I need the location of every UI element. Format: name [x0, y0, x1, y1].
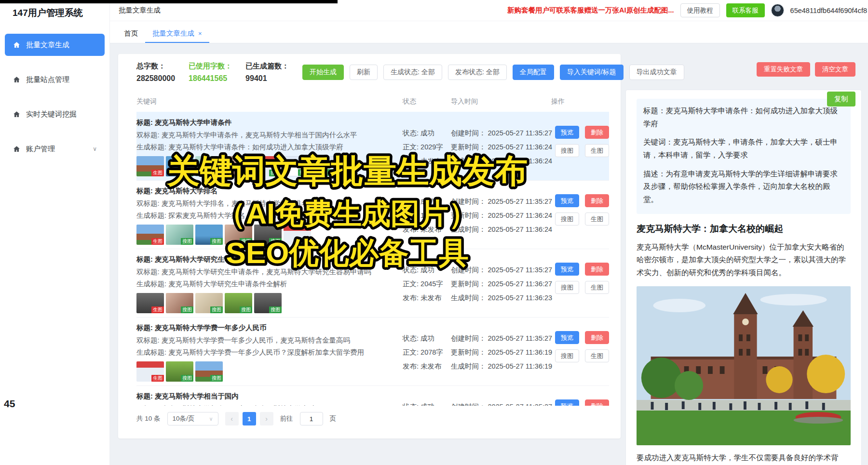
article-thumbnail[interactable]: 搜图 [166, 293, 193, 313]
generate-image-button[interactable]: 生图 [585, 213, 609, 226]
page-size-select[interactable]: 10条/页 ∨ [167, 412, 218, 425]
preview-title: 标题：麦克马斯特大学申请条件：如何成功进入加拿大顶级学府 [643, 105, 844, 130]
article-thumbnail[interactable]: 搜图 [284, 156, 311, 176]
article-thumbnail[interactable]: 搜图 [254, 293, 282, 313]
campus-photo [637, 286, 851, 445]
preview-button[interactable]: 预览 [555, 194, 579, 207]
tab-batch-article[interactable]: 批量文章生成 × [145, 25, 209, 43]
user-id: 65e4811dfb644f690f4cf8 [790, 7, 867, 14]
next-page-button[interactable]: › [260, 412, 273, 425]
preview-paragraph: 麦克马斯特大学（McMasterUniversity）位于加拿大安大略省的哈密尔… [637, 241, 851, 279]
tab-home[interactable]: 首页 [117, 25, 145, 43]
delete-button[interactable]: 删除 [585, 331, 609, 344]
article-meta: 标题：麦克马斯特大学申请条件：如何成功进入加拿大顶级学府 关键词：麦克马斯特大学… [637, 99, 851, 214]
article-thumbnail[interactable]: 搜图 [225, 156, 252, 176]
preview-button[interactable]: 预览 [555, 399, 579, 406]
goto-label: 前往 [280, 414, 293, 423]
refresh-button[interactable]: 刷新 [350, 65, 378, 80]
sidebar-item-batch-site[interactable]: 批量站点管理 [5, 68, 105, 91]
search-image-button[interactable]: 搜图 [555, 281, 579, 294]
table-header: 关键词 状态 导入时间 操作 [136, 93, 609, 112]
table-row[interactable]: 标题: 麦克马斯特大学排名 双标题: 麦克马斯特大学排名，麦克马斯特大学世界排名… [136, 180, 609, 249]
delete-button[interactable]: 删除 [585, 194, 609, 207]
sidebar-item-label: 实时关键词挖掘 [26, 110, 77, 119]
house-icon [13, 41, 21, 49]
reset-failed-button[interactable]: 重置失败文章 [757, 62, 810, 77]
preview-keywords: 关键词：麦克马斯特大学，申请条件，加拿大大学，硕士申请，本科申请，留学，入学要求 [643, 136, 844, 161]
goto-page-input[interactable] [300, 412, 323, 425]
generate-image-button[interactable]: 生图 [585, 144, 609, 157]
copy-button[interactable]: 复制 [827, 92, 855, 106]
preview-description: 描述：为有意申请麦克马斯特大学的学生详细讲解申请要求及步骤，帮助你轻松掌握入学条… [643, 168, 844, 206]
corner-number: 45 [4, 398, 15, 410]
generate-image-button[interactable]: 生图 [585, 281, 609, 294]
promo-notice: 新购套餐用户可联系客服赠送一万张AI原创生成配图... [507, 6, 674, 15]
stats-toolbar: 总字数： 282580000 已使用字数： 186441565 已生成篇数： 9… [136, 62, 609, 83]
generate-image-button[interactable]: 生图 [585, 349, 609, 362]
preview-button[interactable]: 预览 [555, 331, 579, 344]
article-thumbnail[interactable]: 搜图 [166, 225, 193, 245]
article-thumbnail[interactable]: 搜图 [313, 156, 340, 176]
article-thumbnail[interactable]: 搜图 [225, 293, 252, 313]
time-cell: 创建时间： 2025-05-27 11:35:27 更新时间： 2025-05-… [451, 117, 551, 176]
article-thumbnail[interactable]: 生图 [136, 225, 164, 245]
table-row[interactable]: 标题: 麦克马斯特大学申请条件 双标题: 麦克马斯特大学申请条件，麦克马斯特大学… [136, 112, 609, 180]
sidebar-item-batch-article[interactable]: 批量文章生成 [5, 34, 105, 56]
time-cell: 创建时间： 2025-05-27 11:35:27 更新时间： 2025-05-… [451, 391, 551, 406]
article-gen-title: 生成标题: 麦克马斯特大学学费一年多少人民币？深度解析加拿大留学费用 [136, 347, 395, 358]
tutorial-button[interactable]: 使用教程 [680, 3, 720, 17]
table-row[interactable]: 标题: 麦克马斯特大学相当于国内 双标题: 麦克马斯特大学相当于国内，麦克马斯特… [136, 385, 609, 406]
article-thumbnail[interactable]: 搜图 [195, 156, 223, 176]
tab-bar: 首页 批量文章生成 × [110, 21, 868, 43]
article-thumbnail[interactable]: 搜图 [254, 225, 282, 245]
global-config-button[interactable]: 全局配置 [513, 65, 554, 80]
clear-articles-button[interactable]: 清空文章 [815, 62, 855, 77]
contact-support-button[interactable]: 联系客服 [726, 3, 765, 17]
delete-button[interactable]: 删除 [585, 399, 609, 406]
article-thumbnail[interactable]: 生图 [136, 293, 164, 313]
sidebar: 147用户管理系统 批量文章生成 批量站点管理 实时关键词挖掘 账户管理 ∨ [0, 0, 110, 465]
article-title: 标题: 麦克马斯特大学申请条件 [136, 117, 395, 128]
delete-button[interactable]: 删除 [585, 126, 609, 139]
thumbnail-strip: 生图 搜图 搜图 搜图 搜图 [136, 293, 395, 313]
preview-bottom-partial: 要成功进入麦克马斯特大学，学生不仅需要具备良好的学术背 [637, 453, 851, 463]
table-row[interactable]: 标题: 麦克马斯特大学学费一年多少人民币 双标题: 麦克马斯特大学学费一年多少人… [136, 317, 609, 385]
avatar[interactable] [771, 4, 784, 17]
column-actions: 操作 [551, 97, 609, 106]
publish-status-select[interactable]: 发布状态: 全部 [448, 65, 507, 80]
status-cell: 状态: 成功 正文: 2029字 发布: 未发布 [403, 117, 451, 176]
start-generate-button[interactable]: 开始生成 [302, 65, 344, 80]
search-image-button[interactable]: 搜图 [555, 144, 579, 157]
close-icon[interactable]: × [198, 30, 202, 37]
article-thumbnail[interactable]: 搜图 [195, 225, 223, 245]
article-dual-title: 双标题: 麦克马斯特大学申请条件，麦克马斯特大学相当于国内什么水平 [136, 130, 395, 141]
preview-button[interactable]: 预览 [555, 263, 579, 276]
article-thumbnail[interactable]: 生图 [136, 156, 164, 176]
sidebar-item-label: 批量站点管理 [26, 75, 69, 84]
time-cell: 创建时间： 2025-05-27 11:35:27 更新时间： 2025-05-… [451, 254, 551, 313]
sidebar-item-account[interactable]: 账户管理 ∨ [5, 138, 105, 160]
search-image-button[interactable]: 搜图 [555, 213, 579, 226]
import-keywords-button[interactable]: 导入关键词/标题 [560, 65, 624, 80]
preview-heading: 麦克马斯特大学：加拿大名校的崛起 [637, 223, 851, 235]
article-thumbnail[interactable]: 搜图 [166, 156, 193, 176]
article-thumbnail[interactable]: 搜图 [195, 361, 223, 382]
article-thumbnail[interactable]: 搜图 [254, 156, 282, 176]
article-thumbnail[interactable]: 搜图 [195, 293, 223, 313]
article-title: 标题: 麦克马斯特大学排名 [136, 186, 395, 196]
preview-button[interactable]: 预览 [555, 126, 579, 139]
search-image-button[interactable]: 搜图 [555, 349, 579, 362]
article-thumbnail[interactable]: 搜图 [225, 225, 252, 245]
chevron-down-icon: ∨ [93, 146, 97, 152]
export-success-button[interactable]: 导出成功文章 [629, 65, 684, 80]
delete-button[interactable]: 删除 [585, 263, 609, 276]
article-thumbnail[interactable]: 搜图 [284, 225, 311, 245]
page-number-button[interactable]: 1 [243, 412, 256, 425]
article-thumbnail[interactable]: 搜图 [166, 361, 193, 382]
thumbnail-strip: 生图 搜图 搜图 搜图 搜图 搜图 搜图 [136, 156, 395, 176]
sidebar-item-keyword-mining[interactable]: 实时关键词挖掘 [5, 103, 105, 125]
prev-page-button[interactable]: ‹ [225, 412, 239, 425]
generate-status-select[interactable]: 生成状态: 全部 [383, 65, 442, 80]
article-thumbnail[interactable]: 生图 [136, 361, 164, 382]
table-row[interactable]: 标题: 麦克马斯特大学研究生申请条件 双标题: 麦克马斯特大学研究生申请条件，麦… [136, 249, 609, 317]
